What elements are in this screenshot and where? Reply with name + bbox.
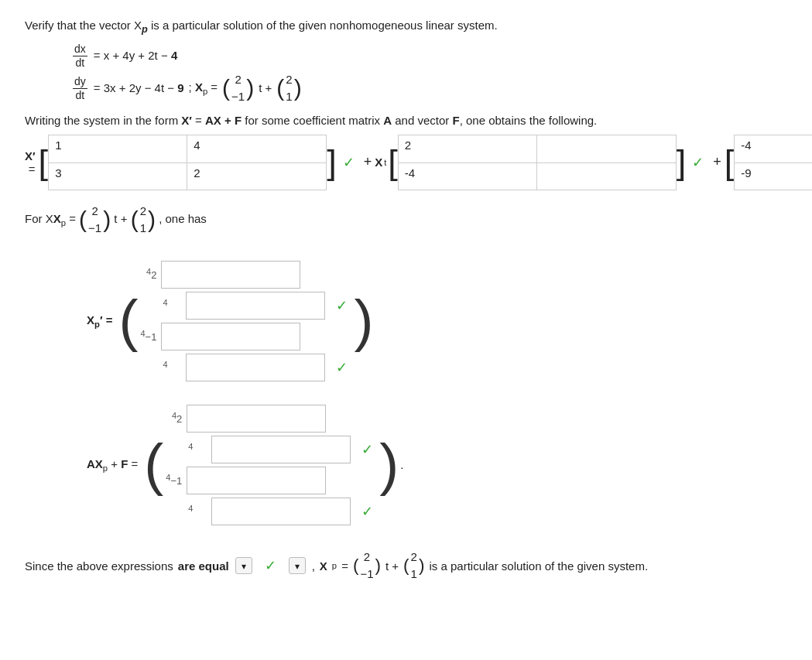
- axp-frac1b: 4: [188, 442, 207, 456]
- xp-prime-row2: 4−1: [138, 323, 354, 351]
- axp-input1[interactable]: [187, 405, 326, 433]
- axp-input2b[interactable]: [211, 498, 351, 525]
- xp-matrix2: ( 2 1 ): [276, 71, 301, 106]
- xp-prime-input1b[interactable]: [186, 292, 325, 320]
- xp-prime-matrix: ( 42 4 ✓ 4−1: [118, 261, 373, 381]
- axp-frac1-label: 42: [163, 411, 182, 425]
- grid-r2c2[interactable]: 2: [187, 162, 327, 190]
- ode2-fraction: dy dt: [73, 75, 87, 102]
- ode2-rhs: = 3x + 2y − 4t − 9: [94, 77, 184, 100]
- problem-text2: is a particular solution of the given no…: [148, 19, 498, 32]
- big-right-paren2: ): [379, 439, 399, 491]
- axp-check2-row: 4 ✓: [188, 498, 379, 525]
- since-v2-top: 2: [411, 549, 417, 566]
- since-v2-bot: 1: [411, 566, 417, 583]
- grid-r2c3[interactable]: -4: [398, 162, 537, 190]
- axp-row1: 42: [163, 405, 379, 433]
- since-v1-bot: −1: [360, 566, 373, 583]
- ode2-num: dy: [73, 75, 87, 89]
- vec2-bot: 1: [286, 88, 292, 106]
- for-v2-top: 2: [140, 203, 146, 221]
- for-vec1: ( 2 −1 ): [79, 203, 111, 238]
- since-vec1: ( 2 −1 ): [353, 549, 381, 583]
- since-vec2: ( 2 1 ): [403, 549, 424, 583]
- grid-r2c5[interactable]: -9: [734, 162, 812, 190]
- since-dropdown2[interactable]: ▾: [289, 557, 306, 574]
- xp-prime-input1[interactable]: [161, 261, 300, 289]
- ode1-den: dt: [74, 56, 87, 70]
- grid-r1c2[interactable]: 4: [187, 135, 327, 162]
- check1: ✓: [343, 154, 355, 171]
- since-dropdown1[interactable]: ▾: [235, 557, 252, 574]
- since-p-sub: p: [332, 561, 337, 570]
- vec2-top: 2: [286, 71, 292, 89]
- for-t: t +: [114, 212, 127, 225]
- F-bold: F: [452, 114, 459, 127]
- xp-prime-check2-row: 4 ✓: [163, 354, 354, 381]
- axp-frac2-label: 4−1: [163, 473, 182, 487]
- since-check1: ✓: [265, 557, 276, 574]
- for-v2-bot: 1: [140, 220, 146, 238]
- problem-text1: Verify that the vector X: [25, 19, 142, 32]
- check2: ✓: [692, 154, 704, 171]
- axp-frac2b: 4: [188, 504, 207, 518]
- for-xp-line: For XXp = ( 2 −1 ) t + ( 2 1 ) , one has: [25, 203, 787, 238]
- for-label: For X: [25, 212, 53, 225]
- grid-r2c4[interactable]: [537, 162, 677, 190]
- for-tail: , one has: [159, 212, 207, 225]
- xp-prime-check2: ✓: [336, 359, 348, 376]
- A-bold: A: [383, 114, 392, 127]
- frac1b-label: 4: [163, 298, 181, 312]
- grid-r1c1[interactable]: 1: [48, 135, 187, 162]
- ode1-rhs: = x + 4y + 2t − 4: [94, 44, 177, 67]
- since-tail: is a particular solution of the given sy…: [429, 559, 648, 573]
- left-bracket3: [: [725, 135, 735, 190]
- xp-prime-input2b[interactable]: [186, 354, 325, 381]
- grid-r1c4[interactable]: [537, 135, 677, 162]
- grid-r2c1[interactable]: 3: [48, 162, 187, 190]
- since-eq: =: [341, 559, 348, 573]
- writing-text3: for some coefficient matrix: [242, 114, 383, 127]
- axp-f-inputs: 42 4 ✓ 4−1 4: [163, 405, 379, 525]
- grid-r1c5[interactable]: -4: [734, 135, 812, 162]
- plus2: +: [713, 154, 721, 170]
- xp-prime-inputs: 42 4 ✓ 4−1 4: [138, 261, 354, 381]
- xp-def-label: ; Xp =: [189, 76, 218, 101]
- since-bold: are equal: [178, 559, 229, 573]
- since-Xp: X: [320, 559, 327, 573]
- axp-check2: ✓: [361, 503, 373, 520]
- axp-check1-row: 4 ✓: [188, 436, 379, 463]
- t-label: t +: [259, 77, 272, 100]
- axp-input1b[interactable]: [211, 436, 351, 463]
- big-left-paren2: (: [144, 439, 163, 491]
- since-t: t +: [385, 559, 399, 573]
- vec1-top: 2: [235, 71, 241, 89]
- axp-input2[interactable]: [187, 467, 326, 494]
- vec1-bot: −1: [231, 88, 245, 106]
- grid-r1c3[interactable]: 2: [398, 135, 537, 162]
- writing-text4: and vector: [392, 114, 452, 127]
- xp-sub: p: [203, 87, 207, 96]
- xp-prime-input2[interactable]: [161, 323, 300, 351]
- xp-prime-check1: ✓: [336, 297, 348, 314]
- since-line: Since the above expressions are equal ▾ …: [25, 549, 787, 583]
- ode1-num: dx: [73, 43, 87, 56]
- writing-line: Writing the system in the form X′ = AX +…: [25, 114, 787, 127]
- frac2-label: 4−1: [138, 329, 156, 343]
- grid-eq: =: [29, 162, 36, 176]
- xp-prime-row1: 42: [138, 261, 354, 289]
- grid-Xprime: X′: [25, 149, 36, 162]
- big-left-paren1: (: [118, 295, 138, 347]
- xp-prime-section: Xp′ = ( 42 4 ✓ 4−1: [87, 261, 787, 381]
- writing-eq: =: [192, 114, 205, 127]
- axp-dot: .: [400, 458, 403, 471]
- for-X-bold: X: [53, 212, 61, 225]
- ode2-den: dt: [74, 89, 87, 102]
- problem-sub-p: p: [142, 23, 148, 35]
- grid-X-t: X: [375, 156, 382, 169]
- xp-prime-label: Xp′ =: [87, 313, 112, 329]
- AXF-bold: AX + F: [205, 114, 242, 127]
- problem-statement: Verify that the vector Xp is a particula…: [25, 19, 787, 35]
- axp-row2: 4−1: [163, 467, 379, 494]
- since-v1-top: 2: [364, 549, 370, 566]
